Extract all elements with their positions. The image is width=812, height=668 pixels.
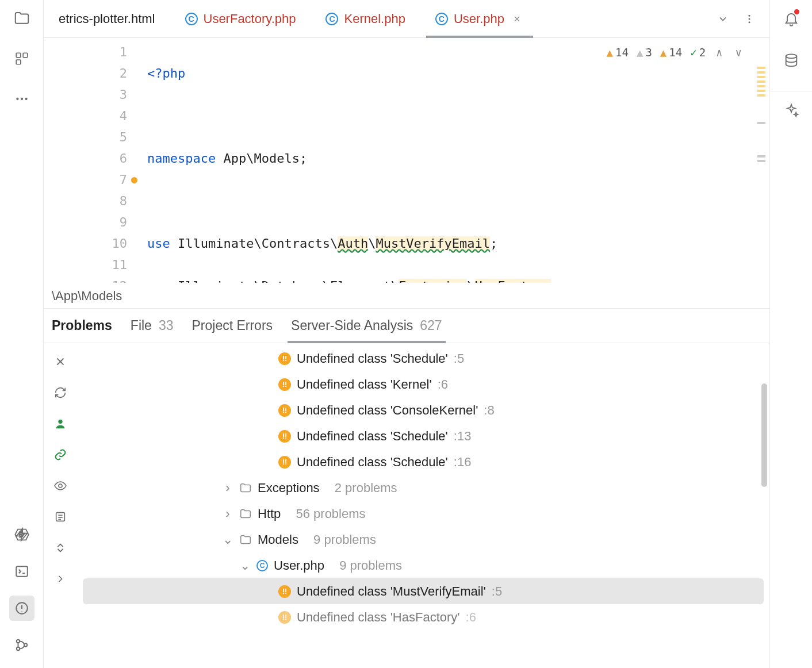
tab-label: File bbox=[131, 318, 152, 333]
run-icon[interactable] bbox=[9, 522, 35, 547]
tab-label: UserFactory.php bbox=[204, 11, 296, 26]
tab-label: Problems bbox=[52, 318, 112, 333]
class-icon: C bbox=[256, 560, 268, 571]
terminal-icon[interactable] bbox=[9, 559, 35, 584]
tab-etrics-plotter[interactable]: etrics-plotter.html bbox=[44, 0, 170, 37]
inspection-count: 14 bbox=[669, 46, 682, 59]
error-stripe[interactable] bbox=[753, 38, 769, 283]
next-highlight-icon[interactable]: ∨ bbox=[733, 46, 744, 59]
class-icon: C bbox=[435, 13, 448, 25]
code-text: ; bbox=[490, 236, 497, 251]
tab-file[interactable]: File33 bbox=[131, 309, 174, 343]
code-text: \ bbox=[368, 236, 376, 251]
gutter: 123456789101112 bbox=[44, 38, 147, 283]
tab-project-errors[interactable]: Project Errors bbox=[191, 309, 273, 343]
tab-label: etrics-plotter.html bbox=[59, 11, 155, 26]
svg-point-17 bbox=[59, 484, 62, 487]
expand-collapse-icon[interactable] bbox=[50, 538, 71, 558]
tab-count: 627 bbox=[420, 318, 442, 333]
problems-toolbar bbox=[44, 343, 77, 668]
svg-point-16 bbox=[58, 420, 62, 424]
typo-icon: ✓ bbox=[690, 46, 696, 59]
warning-icon: !! bbox=[278, 430, 291, 443]
problem-text: Undefined class 'Schedule' bbox=[297, 455, 448, 470]
refresh-icon[interactable] bbox=[50, 382, 71, 403]
code-text: use bbox=[147, 236, 170, 251]
svg-point-4 bbox=[20, 98, 22, 100]
inspection-summary[interactable]: ▲14 ▲3 ▲14 ✓2 ∧ ∨ bbox=[607, 46, 744, 59]
structure-icon[interactable] bbox=[9, 46, 35, 71]
chevron-right-icon: › bbox=[222, 481, 233, 496]
warning-icon: !! bbox=[278, 352, 291, 365]
problems-icon[interactable] bbox=[9, 596, 35, 621]
problem-row[interactable]: !!Undefined class 'Schedule' :5 bbox=[77, 345, 769, 371]
group-name: Models bbox=[258, 532, 298, 547]
scrollbar[interactable] bbox=[761, 383, 767, 487]
problem-location: :5 bbox=[492, 584, 502, 599]
problem-location: :8 bbox=[484, 403, 494, 418]
more-icon[interactable] bbox=[9, 86, 35, 112]
problem-row[interactable]: !!Undefined class 'Kernel' :6 bbox=[77, 371, 769, 397]
problem-row[interactable]: !!Undefined class 'HasFactory' :6 bbox=[77, 604, 769, 630]
code-area[interactable]: <?php namespace App\Models; use Illumina… bbox=[147, 38, 753, 283]
class-icon: C bbox=[325, 13, 338, 25]
user-icon[interactable] bbox=[50, 413, 71, 434]
breadcrumb[interactable]: \App\Models bbox=[44, 283, 769, 308]
group-name: Http bbox=[258, 506, 281, 521]
chevron-right-icon: › bbox=[222, 506, 233, 521]
code-text: \ bbox=[467, 279, 474, 283]
problem-row[interactable]: !!Undefined class 'Schedule' :13 bbox=[77, 423, 769, 449]
group-count: 2 problems bbox=[335, 481, 397, 496]
tab-server-side[interactable]: Server-Side Analysis627 bbox=[291, 309, 442, 343]
problem-location: :6 bbox=[466, 610, 476, 625]
link-icon[interactable] bbox=[50, 444, 71, 465]
code-text: HasFactory bbox=[475, 279, 551, 283]
group-name: Exceptions bbox=[258, 481, 320, 496]
list-icon[interactable] bbox=[50, 506, 71, 527]
tab-kernel[interactable]: C Kernel.php bbox=[311, 0, 420, 37]
tab-userfactory[interactable]: C UserFactory.php bbox=[170, 0, 311, 37]
code-text: use bbox=[147, 279, 170, 283]
problem-row[interactable]: !!Undefined class 'Schedule' :16 bbox=[77, 449, 769, 475]
vcs-icon[interactable] bbox=[9, 632, 35, 658]
problem-group[interactable]: ›Http 56 problems bbox=[77, 501, 769, 527]
code-text: Auth bbox=[338, 236, 368, 251]
close-icon[interactable] bbox=[50, 351, 71, 372]
problem-text: Undefined class 'MustVerifyEmail' bbox=[297, 584, 486, 599]
folder-icon bbox=[239, 533, 252, 546]
weak-warning-icon: ▲ bbox=[637, 46, 643, 59]
chevron-right-icon[interactable] bbox=[50, 569, 71, 589]
problem-location: :6 bbox=[438, 377, 448, 392]
code-text: MustVerifyEmail bbox=[376, 236, 490, 251]
warning-icon: !! bbox=[278, 456, 291, 469]
ai-assistant-icon[interactable] bbox=[770, 91, 812, 116]
problems-tree[interactable]: !!Undefined class 'Schedule' :5 !!Undefi… bbox=[77, 343, 769, 668]
database-icon[interactable] bbox=[779, 48, 804, 74]
folder-icon bbox=[239, 482, 252, 494]
tab-label: Server-Side Analysis bbox=[291, 318, 413, 333]
problem-location: :13 bbox=[454, 429, 472, 444]
code-text: Illuminate\Contracts\ bbox=[170, 236, 338, 251]
problem-group[interactable]: ›Exceptions 2 problems bbox=[77, 475, 769, 501]
problem-file[interactable]: ⌄CUser.php 9 problems bbox=[77, 552, 769, 578]
tab-user[interactable]: C User.php bbox=[420, 0, 539, 37]
svg-point-15 bbox=[749, 21, 750, 23]
kebab-icon[interactable] bbox=[740, 9, 759, 29]
problem-row[interactable]: !!Undefined class 'MustVerifyEmail' :5 bbox=[83, 578, 764, 604]
problem-group[interactable]: ⌄Models 9 problems bbox=[77, 527, 769, 552]
tab-count: 33 bbox=[159, 318, 174, 333]
svg-rect-2 bbox=[16, 60, 21, 64]
chevron-down-icon[interactable] bbox=[713, 9, 733, 29]
svg-rect-8 bbox=[16, 566, 28, 576]
prev-highlight-icon[interactable]: ∧ bbox=[714, 46, 725, 59]
notifications-icon[interactable] bbox=[779, 6, 804, 31]
tab-problems[interactable]: Problems bbox=[52, 309, 112, 343]
svg-rect-0 bbox=[16, 53, 21, 57]
close-icon[interactable] bbox=[510, 12, 524, 26]
problem-row[interactable]: !!Undefined class 'ConsoleKernel' :8 bbox=[77, 397, 769, 423]
inspection-count: 3 bbox=[645, 46, 652, 59]
editor[interactable]: 123456789101112 <?php namespace App\Mode… bbox=[44, 38, 769, 283]
eye-icon[interactable] bbox=[50, 475, 71, 496]
project-icon[interactable] bbox=[9, 6, 35, 31]
svg-rect-1 bbox=[23, 53, 28, 57]
